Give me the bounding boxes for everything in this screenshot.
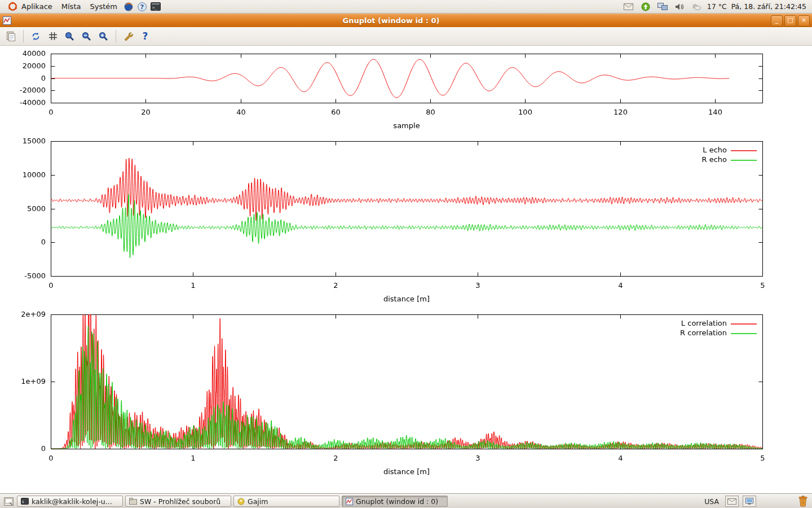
echo-signals-chart[interactable] [0,133,812,307]
svg-text:?: ? [140,3,144,11]
taskbar-item-gnuplot[interactable]: Gnuplot (window id : 0) [342,496,448,507]
taskbar-item-label: SW - Prohlížeč souborů [140,497,220,506]
copy-to-clipboard-button[interactable] [3,29,19,43]
zoom-out-button[interactable] [79,29,94,43]
gnuplot-window-titlebar[interactable]: Gnuplot (window id : 0) _ □ × [0,14,812,27]
gnome-top-panel: Aplikace Místa Systém ? >_ [0,0,812,14]
updates-tray-icon[interactable] [639,1,652,13]
mail-tray-icon[interactable] [725,496,739,507]
help-icon: ? [143,30,148,42]
configure-button[interactable] [121,29,136,43]
terminal-launcher-icon[interactable]: >_ [149,1,162,13]
window-title: Gnuplot (window id : 0) [13,16,769,25]
close-button[interactable]: × [798,15,810,27]
menu-places[interactable]: Místa [58,2,85,11]
svg-text:$: $ [22,500,24,503]
menu-applications-label: Aplikace [21,2,52,11]
taskbar-item-label: Gnuplot (window id : 0) [356,497,438,506]
taskbar-right-tray: USA [702,495,810,507]
keyboard-layout-indicator[interactable]: USA [702,497,721,506]
help-button[interactable]: ? [138,29,153,43]
taskbar-item-file-browser[interactable]: SW - Prohlížeč souborů [125,496,231,507]
clock[interactable]: Pá, 18. září, 21:42:45 [731,2,806,11]
taskbar-item-label: Gajim [248,497,268,506]
sample-waveform-chart[interactable] [0,46,812,133]
menu-applications[interactable]: Aplikace [2,0,56,14]
panel-notification-area: 17 °C Pá, 18. září, 21:42:45 [623,1,810,13]
help-launcher-icon[interactable]: ? [136,1,148,13]
taskbar-item-terminal[interactable]: $ kaklik@kaklik-kolej-u... [17,496,123,507]
toolbar-separator [116,30,116,42]
menu-system-label: Systém [90,2,117,11]
trash-icon[interactable] [796,495,810,507]
maximize-button[interactable]: □ [784,15,796,27]
minimize-button[interactable]: _ [771,15,783,27]
correlation-chart[interactable] [0,307,812,494]
gnuplot-toolbar: ? [0,27,812,46]
zoom-previous-button[interactable] [62,29,77,43]
show-desktop-icon[interactable] [2,495,15,507]
gnuplot-canvas-area [0,46,812,494]
firefox-launcher-icon[interactable] [122,1,135,13]
mail-tray-icon[interactable] [623,1,635,13]
menu-system[interactable]: Systém [86,2,121,11]
toolbar-separator [23,30,24,42]
temperature-indicator[interactable]: 17 °C [707,2,727,11]
svg-text:>_: >_ [152,6,157,10]
weather-tray-icon [690,1,703,13]
grid-toggle-button[interactable] [45,29,60,43]
taskbar-item-gajim[interactable]: Gajim [233,496,339,507]
taskbar-item-label: kaklik@kaklik-kolej-u... [32,497,112,506]
refresh-button[interactable] [28,29,43,43]
zoom-in-button[interactable] [96,29,111,43]
menu-places-label: Místa [61,2,81,11]
gnome-taskbar: $ kaklik@kaklik-kolej-u... SW - Prohlíže… [0,494,812,508]
volume-tray-icon[interactable] [673,1,686,13]
gnuplot-window-icon [2,16,12,25]
display-settings-tray-icon[interactable] [743,496,756,507]
ubuntu-logo-icon [6,1,19,13]
network-tray-icon[interactable] [656,1,669,13]
